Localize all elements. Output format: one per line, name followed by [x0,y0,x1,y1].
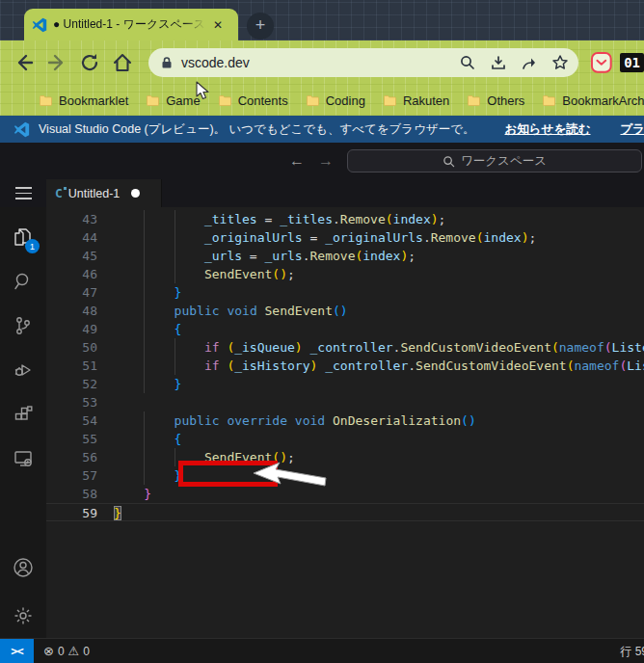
search-view-icon[interactable] [0,259,46,304]
code-text: if (_isHistory) _controller.SendCustomVi… [114,357,644,375]
folder-icon [146,93,159,107]
indent-guide [144,338,145,357]
code-line-46[interactable]: 46SendEvent(); [46,265,644,283]
indent-guide [144,375,145,393]
code-line-53[interactable]: 53 [46,393,644,411]
code-text: } [114,375,644,393]
code-line-47[interactable]: 47} [46,283,644,302]
pocket-icon[interactable] [590,51,613,74]
line-number: 55 [46,430,114,448]
share-icon[interactable] [521,54,538,71]
vscode-logo-icon [13,121,30,138]
account-icon[interactable] [0,545,46,590]
folder-icon [306,93,319,107]
browser-tab-title: ● Untitled-1 - ワークスペース - Visu [53,16,205,33]
code-line-51[interactable]: 51if (_isHistory) _controller.SendCustom… [46,357,644,375]
line-number: 46 [46,265,114,283]
code-line-58[interactable]: 58} [46,485,644,503]
folder-icon [383,93,396,107]
editor-tab-untitled-1[interactable]: C Untitled-1 [46,179,162,207]
search-icon[interactable] [459,54,476,71]
bookmark-star-icon[interactable] [551,54,569,71]
indent-guide [144,228,145,247]
mouse-cursor [196,81,211,106]
editor-tab-label: Untitled-1 [68,187,121,200]
bookmark-folder-others[interactable]: Others [461,93,536,108]
code-text: if (_isQueue) _controller.SendCustomVide… [114,338,644,357]
banner-text: Visual Studio Code (プレビュー)。 いつでもどこでも、すべて… [39,121,475,138]
code-line-44[interactable]: 44_originalUrls = _originalUrls.Remove(i… [46,228,644,247]
indent-guide [144,210,145,228]
forward-icon[interactable] [46,52,67,73]
indent-guide [144,430,145,448]
bookmark-folder-contents[interactable]: Contents [212,93,300,108]
warning-count: 0 [83,645,90,658]
code-editor[interactable]: 43_titles = _titles.Remove(index);44_ori… [46,207,644,638]
remote-indicator[interactable]: >< [0,639,34,663]
bookmarks-bar: BookmarkletGameContentsCodingRakutenOthe… [0,85,644,116]
editor-back-icon[interactable]: ← [289,152,305,170]
bookmark-folder-bookmarklet[interactable]: Bookmarklet [33,93,140,108]
explorer-icon[interactable]: 1 [0,215,46,259]
bookmark-folder-rakuten[interactable]: Rakuten [377,93,461,108]
command-center[interactable]: ワークスペース [347,149,642,172]
cursor-position-indicator[interactable]: 行 59 [620,644,644,660]
code-line-59[interactable]: 59} [46,503,644,521]
problems-panel-button[interactable]: ⊗ 0 ⚠ 0 [43,644,90,658]
run-debug-icon[interactable] [0,348,46,392]
banner-news-link[interactable]: お知らせを読む [505,121,591,138]
tab-close-icon[interactable]: ✕ [211,16,225,34]
source-control-icon[interactable] [0,304,46,348]
code-text: SendEvent(); [114,448,644,466]
code-line-45[interactable]: 45_urls = _urls.Remove(index); [46,247,644,265]
editor-forward-icon[interactable]: → [318,152,334,170]
settings-gear-icon[interactable] [0,594,46,638]
browser-tab-active[interactable]: ● Untitled-1 - ワークスペース - Visu ✕ [24,9,238,40]
extension-badge[interactable]: 01 [620,53,644,72]
remote-explorer-icon[interactable] [0,437,46,481]
extensions-icon[interactable] [0,392,46,437]
line-number: 52 [46,375,114,393]
code-text: } [114,504,644,520]
code-line-56[interactable]: 56SendEvent(); [46,448,644,466]
code-line-50[interactable]: 50if (_isQueue) _controller.SendCustomVi… [46,338,644,357]
menu-hamburger-icon[interactable] [0,179,46,207]
line-number: 45 [46,247,114,265]
home-icon[interactable] [112,52,133,73]
unsaved-dot-icon[interactable] [131,189,140,198]
code-line-54[interactable]: 54public override void OnDeserialization… [46,411,644,430]
folder-icon [218,93,231,107]
indent-guide [174,228,175,247]
code-line-43[interactable]: 43_titles = _titles.Remove(index); [46,210,644,228]
bookmark-label: Others [487,93,524,108]
code-text: public void SendEvent() [114,302,644,320]
vscode-titlebar: ← → ワークスペース [0,143,644,179]
indent-guide [174,448,175,466]
folder-icon [39,93,52,107]
indent-guide [144,320,145,338]
indent-guide [144,448,145,466]
code-line-55[interactable]: 55{ [46,430,644,448]
code-line-57[interactable]: 57} [46,466,644,485]
browser-tab-strip: ● Untitled-1 - ワークスペース - Visu ✕ + [0,0,644,40]
bookmark-folder-coding[interactable]: Coding [300,93,377,108]
line-number: 43 [46,210,114,228]
back-icon[interactable] [13,52,35,73]
url-text: vscode.dev [181,55,445,70]
code-line-48[interactable]: 48public void SendEvent() [46,302,644,320]
code-line-49[interactable]: 49{ [46,320,644,338]
line-number: 54 [46,411,114,430]
reload-icon[interactable] [79,52,100,73]
banner-privacy-link[interactable]: プライバシーとC [620,121,644,138]
download-icon[interactable] [490,54,507,71]
line-number: 59 [46,504,114,520]
url-bar[interactable]: vscode.dev [148,48,578,77]
code-line-52[interactable]: 52} [46,375,644,393]
error-icon: ⊗ [43,644,54,658]
code-text: SendEvent(); [114,265,644,283]
line-number: 58 [46,485,114,503]
new-tab-button[interactable]: + [247,13,274,40]
indent-guide [174,265,175,283]
activity-bar: 1 [0,207,46,638]
bookmark-folder-bookmarkarchive[interactable]: BookmarkArchive [536,93,644,108]
